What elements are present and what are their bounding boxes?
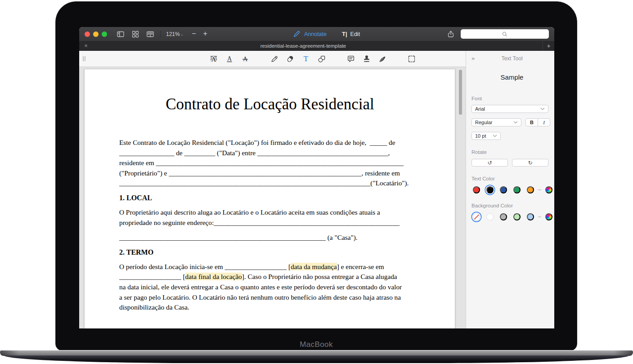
pencil-tool-button[interactable] xyxy=(269,54,279,64)
rotate-clockwise-button[interactable]: ↻ xyxy=(512,159,548,166)
two-page-view-button[interactable] xyxy=(146,30,155,39)
sidebar-view-button[interactable] xyxy=(116,30,125,39)
swatch-divider xyxy=(538,216,541,217)
color-swatch-green[interactable] xyxy=(513,186,521,193)
tab-bar: × residential-lease-agreement-template + xyxy=(79,41,554,51)
rotate-counterclockwise-button[interactable]: ↺ xyxy=(471,159,508,166)
eraser-tool-button[interactable] xyxy=(285,54,295,64)
thumbnails-grid-icon xyxy=(131,30,140,39)
font-style-dropdown[interactable]: Regular xyxy=(471,118,521,126)
text-color-section-label: Text Color xyxy=(471,176,552,181)
new-tab-button[interactable]: + xyxy=(543,41,554,51)
underline-tool-button[interactable]: A xyxy=(224,54,234,64)
fullscreen-window-button[interactable] xyxy=(102,31,107,37)
doc-text-segment: ] e encerra-se em xyxy=(337,263,384,270)
zoom-level-dropdown[interactable]: 121% ⌄ xyxy=(166,31,184,37)
text-tool-button[interactable]: T xyxy=(301,54,311,64)
shapes-icon xyxy=(317,54,326,63)
underline-text-icon: A xyxy=(225,54,234,63)
close-window-button[interactable] xyxy=(85,31,90,37)
doc-paragraph: O período desta Locação inicia-se em ___… xyxy=(119,262,421,313)
zoom-out-button[interactable]: − xyxy=(192,30,196,38)
panel-grip-icon[interactable] xyxy=(83,56,85,61)
thumbnails-view-button[interactable] xyxy=(131,30,140,39)
strikethrough-text-icon: A xyxy=(241,54,250,63)
macbook-base xyxy=(4,355,629,363)
highlight-annotation[interactable]: data final da locação xyxy=(185,273,242,280)
italic-button[interactable]: I xyxy=(538,119,550,126)
chevron-down-icon: ⌄ xyxy=(180,32,184,36)
search-input[interactable] xyxy=(461,29,549,39)
strikethrough-tool-button[interactable]: A xyxy=(240,54,250,64)
doc-text-line: ________________________________________… xyxy=(119,233,421,243)
color-swatch-blue[interactable] xyxy=(500,186,507,193)
color-swatch-gray[interactable] xyxy=(500,213,507,220)
text-sample-preview: Sample xyxy=(471,73,552,81)
doc-text-line: O Proprietário aqui descrito aluga ao Lo… xyxy=(119,207,421,218)
color-swatch-red[interactable] xyxy=(473,186,480,193)
zoom-level-value: 121% xyxy=(166,31,180,37)
annotation-toolbar: A A A xyxy=(79,51,466,67)
text-color-swatches xyxy=(471,186,552,193)
rotate-cw-icon: ↻ xyxy=(528,160,532,166)
signature-tool-button[interactable] xyxy=(377,54,387,64)
bold-button[interactable]: B xyxy=(526,119,538,126)
svg-text:T: T xyxy=(304,54,309,63)
doc-section-heading: 1. LOCAL xyxy=(119,194,421,202)
doc-text-line: O período desta Locação inicia-se em ___… xyxy=(119,262,421,272)
pencil-icon xyxy=(270,54,279,63)
color-swatch-light-green[interactable] xyxy=(513,213,521,220)
note-tool-button[interactable] xyxy=(346,54,356,64)
font-size-value: 10 pt xyxy=(475,133,493,139)
note-comment-icon xyxy=(346,54,355,63)
font-size-dropdown[interactable]: 10 pt xyxy=(471,132,501,140)
doc-text-segment: ]. Caso o Proprietário não possa entrega… xyxy=(242,273,397,280)
sidebar-panel-icon xyxy=(116,30,125,39)
bold-italic-segment: B I xyxy=(525,118,550,126)
search-field xyxy=(461,29,549,39)
zoom-in-button[interactable]: + xyxy=(203,30,207,38)
color-swatch-custom[interactable] xyxy=(545,213,552,220)
stamp-tool-button[interactable] xyxy=(362,54,372,64)
annotate-label: Annotate xyxy=(304,31,327,37)
selection-tool-button[interactable] xyxy=(407,54,417,64)
color-swatch-custom[interactable] xyxy=(545,186,552,193)
doc-paragraph: O Proprietário aqui descrito aluga ao Lo… xyxy=(119,207,421,243)
minimize-window-button[interactable] xyxy=(93,31,99,37)
document-body: Este Contrato de Locação Residencial ("L… xyxy=(119,138,421,313)
rotate-ccw-icon: ↺ xyxy=(487,160,492,166)
signature-pen-icon xyxy=(378,54,387,63)
color-swatch-black[interactable] xyxy=(486,186,494,193)
color-swatch-white[interactable] xyxy=(486,213,494,220)
doc-text-line: ________________ de _________ ("Data") e… xyxy=(119,148,421,158)
collapse-sidebar-button[interactable]: » xyxy=(471,55,475,62)
shapes-tool-button[interactable] xyxy=(317,54,327,64)
text-tool-icon: T xyxy=(301,54,310,63)
document-page[interactable]: Contrato de Locação Residencial Este Con… xyxy=(84,69,455,328)
swatch-divider xyxy=(538,189,541,190)
doc-text-line: ("Proprietário") e _____________________… xyxy=(119,168,421,179)
color-swatch-light-blue[interactable] xyxy=(527,213,534,220)
tab-title[interactable]: residential-lease-agreement-template xyxy=(79,43,527,49)
vertical-scrollbar[interactable] xyxy=(459,70,462,115)
doc-text-line: disponibilização da Casa. xyxy=(119,302,421,313)
highlight-text-tool-button[interactable]: A xyxy=(209,54,219,64)
sidebar-title: Text Tool xyxy=(471,55,552,62)
color-swatch-orange[interactable] xyxy=(527,186,534,193)
two-page-spread-icon xyxy=(146,30,155,39)
font-family-dropdown[interactable]: Arial xyxy=(471,105,548,113)
doc-text-line: a ser pago pelo Locatário. O Locatário n… xyxy=(119,292,421,303)
doc-text-line: __________________ [data final da locaçã… xyxy=(119,272,421,282)
doc-text-line: Este Contrato de Locação Residencial ("L… xyxy=(119,138,421,148)
annotate-mode-button[interactable]: Annotate xyxy=(292,30,327,38)
document-viewport: Contrato de Locação Residencial Este Con… xyxy=(79,67,466,328)
edit-mode-button[interactable]: T| Edit xyxy=(342,31,360,37)
highlight-annotation[interactable]: data da mudança xyxy=(291,263,337,270)
color-swatch-none[interactable] xyxy=(473,213,480,220)
edit-text-icon: T| xyxy=(342,31,347,37)
share-button[interactable] xyxy=(446,30,455,39)
top-toolbar: 121% ⌄ − + Annotate T| Edit xyxy=(79,27,554,41)
rotate-section-label: Rotate xyxy=(471,149,552,155)
chevron-down-icon xyxy=(493,135,497,137)
macbook-bezel: 121% ⌄ − + Annotate T| Edit xyxy=(55,1,577,351)
